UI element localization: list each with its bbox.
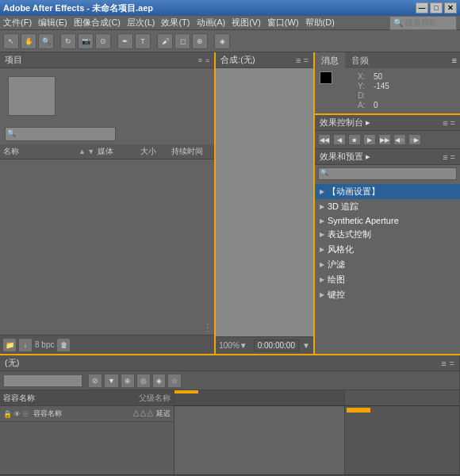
expand-icon: ▶ [320,217,324,225]
orbit-tool[interactable]: ⊙ [95,33,111,49]
ep-search-input[interactable] [318,167,457,180]
info-panel: 消息 音频 ≡ X: 50 Y: -145 [315,52,460,115]
item-label: 绘图 [328,274,345,286]
expand-icon: ▶ [320,261,324,268]
pen-tool[interactable]: ✒ [117,33,133,49]
ec-collapse[interactable]: = [450,118,455,128]
ec-skip-fwd[interactable]: ▶▶ [378,134,391,145]
effects-presets-panel: 效果和预置 ▸ ≡ = 🔍 ▶ 【动画设置】 ▶ 3D [315,149,460,354]
y-label: Y: [358,82,370,90]
tl-layer-controls: 🔒 👁 ☉ 容容名称 △△△ 延迟 [0,406,174,422]
effect-controls-panel: 效果控制台 ▸ ≡ = ◀◀ ◀ ■ ▶ ▶▶ ◀○ ○▶ [315,115,460,149]
brush-tool[interactable]: 🖌 [157,33,173,49]
menu-view[interactable]: 视图(V) [232,17,261,29]
menu-composition[interactable]: 图像合成(C) [74,17,121,29]
zoom-tool[interactable]: 🔍 [38,33,54,49]
list-item[interactable]: ▶ 绘图 [315,272,460,287]
ec-menu[interactable]: ≡ [443,118,447,128]
info-row-a: A: 0 [358,101,389,109]
tab-audio[interactable]: 音频 [345,52,375,68]
file-list[interactable]: ⋮ [0,159,214,335]
tl-collapse[interactable]: = [450,359,454,368]
hand-tool[interactable]: ✋ [21,33,36,49]
menu-edit[interactable]: 编辑(E) [38,17,67,29]
tl-btn-3[interactable]: ⊕ [121,374,135,388]
lock-icon: 🔒 [3,410,12,418]
panel-menu-btn[interactable]: ≡ [198,56,202,64]
timeline-search-input[interactable] [3,374,82,387]
ec-play[interactable]: ▶ [363,134,376,145]
menu-effects[interactable]: 效果(T) [161,17,190,29]
tl-right-header [345,390,459,406]
info-tabs: 消息 音频 ≡ [315,52,460,68]
list-item[interactable]: ▶ 风格化 [315,242,460,257]
ec-stop[interactable]: ■ [348,134,361,145]
menu-bar: 文件(F) 编辑(E) 图像合成(C) 层次(L) 效果(T) 动画(A) 视图… [0,16,460,30]
menu-layer[interactable]: 层次(L) [127,17,155,29]
puppet-tool[interactable]: ◈ [214,33,230,49]
sort-icon: ▲ ▼ [79,148,94,155]
menu-window[interactable]: 窗口(W) [267,17,299,29]
text-tool[interactable]: T [135,33,151,49]
item-label: 沪滤 [328,259,345,271]
info-panel-menu[interactable]: ≡ [449,52,460,68]
ep-title: 效果和预置 ▸ [320,151,370,163]
help-search-input[interactable] [405,18,453,27]
title-bar: Adobe After Effects - 未命名项目.aep — □ ✕ [0,0,460,16]
minimize-button[interactable]: — [416,2,428,13]
panel-resize-handle[interactable]: ⋮ [203,322,213,333]
list-item[interactable]: ▶ 键控 [315,287,460,302]
comp-duration: ▼ [302,341,310,350]
tl-btn-2[interactable]: ▼ [104,374,119,388]
eraser-tool[interactable]: ◻ [174,33,190,49]
import-button[interactable]: ↓ [19,339,32,351]
panel-collapse-btn[interactable]: = [205,56,209,64]
search-icon: 🔍 [393,18,403,27]
item-label: 表达式控制 [328,228,371,240]
ep-search-bar: 🔍 [318,167,457,180]
stamp-tool[interactable]: ⊕ [192,33,208,49]
tl-keyframe-area [345,406,459,474]
ep-collapse[interactable]: = [450,152,455,162]
camera-tool[interactable]: 📷 [78,33,94,49]
composition-view[interactable] [216,68,313,336]
solo-icon: ☉ [22,410,29,418]
timeline-content: 容容名称 父级名称 🔒 👁 ☉ 容容名称 △△△ 延迟 [0,390,459,474]
rotate-tool[interactable]: ↻ [60,33,76,49]
ec-prev-key[interactable]: ◀○ [393,134,406,145]
list-item[interactable]: ▶ 【动画设置】 [315,184,460,199]
project-search-icon: 🔍 [7,129,16,137]
tl-menu[interactable]: ≡ [441,359,446,368]
list-item[interactable]: ▶ 表达式控制 [315,227,460,242]
tab-info[interactable]: 消息 [315,52,345,68]
menu-help[interactable]: 帮助(D) [305,17,335,29]
tl-comp-label: 容容名称 [3,393,35,404]
window-controls: — □ ✕ [416,2,457,13]
tl-playhead [174,390,198,393]
tl-btn-1[interactable]: ⊘ [88,374,102,388]
menu-animation[interactable]: 动画(A) [197,17,226,29]
list-item[interactable]: ▶ Synthetic Aperture [315,214,460,227]
ep-menu[interactable]: ≡ [443,152,447,162]
new-folder-button[interactable]: 📁 [3,339,16,351]
timeline-title: (无) [5,357,19,369]
col-name-header: 名称 [3,146,75,157]
maximize-button[interactable]: □ [430,2,443,13]
ec-back[interactable]: ◀ [333,134,346,145]
list-item[interactable]: ▶ 沪滤 [315,257,460,272]
close-button[interactable]: ✕ [444,2,457,13]
comp-panel-menu[interactable]: ≡ [296,56,301,65]
comp-panel-collapse[interactable]: = [303,56,308,65]
ec-next-key[interactable]: ○▶ [408,134,421,145]
menu-file[interactable]: 文件(F) [3,17,32,29]
tl-btn-5[interactable]: ◈ [152,374,166,388]
timeline-panel: (无) ≡ = ⊘ ▼ ⊕ ◎ ◈ ☆ 容容名称 [0,354,460,476]
tl-parent-label: 父级名称 [139,393,171,404]
select-tool[interactable]: ↖ [3,33,19,49]
project-search-input[interactable] [5,127,116,141]
tl-btn-6[interactable]: ☆ [167,374,182,388]
ec-skip-back[interactable]: ◀◀ [318,134,331,145]
tl-btn-4[interactable]: ◎ [136,374,151,388]
list-item[interactable]: ▶ 3D 追踪 [315,199,460,214]
trash-button[interactable]: 🗑 [57,339,70,351]
